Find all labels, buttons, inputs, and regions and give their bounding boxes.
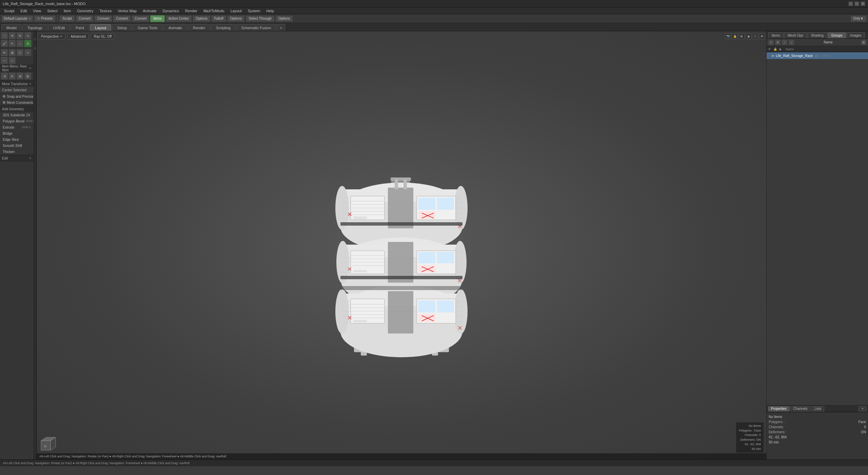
tool-vertex-icon[interactable]: • <box>24 49 32 56</box>
tab-animate[interactable]: Animate <box>163 24 187 31</box>
tool-pen-icon[interactable]: ✏ <box>1 49 8 56</box>
convert2-button[interactable]: Convert <box>94 15 112 22</box>
navigation-cube[interactable]: ◱ <box>39 436 56 453</box>
tool-edge-icon[interactable]: ─ <box>1 57 8 64</box>
menu-sculpt[interactable]: Sculpt <box>1 8 17 14</box>
tool-extra4-icon[interactable]: ⊵ <box>24 72 32 80</box>
move-up-button[interactable]: ↑ <box>782 39 788 45</box>
menu-render[interactable]: Render <box>182 8 200 14</box>
vp-grid-icon[interactable]: ⊞ <box>738 33 745 39</box>
vp-lock-icon[interactable]: 🔒 <box>732 33 738 39</box>
tab-paint[interactable]: Paint <box>71 24 89 31</box>
menu-texture[interactable]: Texture <box>97 8 114 14</box>
menu-system[interactable]: System <box>245 8 263 14</box>
vp-settings-icon[interactable]: ⚙ <box>759 33 765 39</box>
vp-shading-icon[interactable]: ◑ <box>745 33 751 39</box>
tab-add[interactable]: + <box>277 24 285 31</box>
menu-vertex-map[interactable]: Vertex Map <box>115 8 140 14</box>
smooth-shift-item[interactable]: Smooth Shift <box>0 142 34 149</box>
options3-button[interactable]: Options <box>275 15 293 22</box>
tab-layout[interactable]: Layout <box>90 24 111 31</box>
items-button[interactable]: Items <box>150 15 164 22</box>
subdivide-item[interactable]: 3DS Subdivide 2X <box>0 112 34 118</box>
menu-view[interactable]: View <box>31 8 44 14</box>
rt-settings-button[interactable]: ⚙ <box>861 39 867 45</box>
options1-button[interactable]: Options <box>193 15 210 22</box>
sculpt-button[interactable]: Sculpt <box>59 15 75 22</box>
menu-help[interactable]: Help <box>263 8 277 14</box>
new-group-button[interactable]: + <box>768 39 774 45</box>
bridge-item[interactable]: Bridge <box>0 130 34 136</box>
extrude-item[interactable]: Extrude Shift-X <box>0 124 34 130</box>
tab-schematic[interactable]: Schematic Fusion <box>236 24 276 31</box>
vp-wire-icon[interactable]: ⬡ <box>752 33 758 39</box>
rbt-expand[interactable]: + <box>859 406 867 412</box>
tool-extra1-icon[interactable]: ⊲ <box>1 72 8 80</box>
mesh-constraints-item[interactable]: Mesh Constraints <box>0 99 34 106</box>
rbt-properties[interactable]: Properties <box>768 406 790 412</box>
menu-layout[interactable]: Layout <box>228 8 244 14</box>
move-down-button[interactable]: ↓ <box>788 39 794 45</box>
group-item-raft[interactable]: ▶ Life_Raft_Storage_Rack (2) Group <box>767 52 868 59</box>
close-button[interactable]: ✕ <box>861 1 865 6</box>
options2-button[interactable]: Options <box>227 15 245 22</box>
menu-geometry[interactable]: Geometry <box>74 8 96 14</box>
thicken-item[interactable]: Thicken <box>0 149 34 155</box>
ray-gl-btn[interactable]: Ray GL: Off <box>91 33 115 39</box>
menu-maxtomode[interactable]: MaXToModo <box>201 8 227 14</box>
tab-render[interactable]: Render <box>188 24 210 31</box>
snap-precision-item[interactable]: Snap and Precision <box>0 93 34 99</box>
edit-header[interactable]: Edit ▼ <box>0 155 34 161</box>
tool-select-icon[interactable]: ⬚ <box>1 32 8 39</box>
tool-scale-icon[interactable]: ⤡ <box>24 32 32 39</box>
presets-button[interactable]: ⚙ Presets <box>34 15 56 22</box>
menu-edit[interactable]: Edit <box>18 8 30 14</box>
tool-rotate-icon[interactable]: ↻ <box>16 32 24 39</box>
rtab-groups[interactable]: Groups <box>828 32 846 38</box>
convert4-button[interactable]: Convert <box>132 15 150 22</box>
tab-scripting[interactable]: Scripting <box>211 24 236 31</box>
rbt-channels[interactable]: Channels <box>790 406 811 412</box>
tool-extra2-icon[interactable]: ⊳ <box>8 72 16 80</box>
minimize-button[interactable]: ─ <box>848 1 853 6</box>
rbt-lists[interactable]: Lists <box>811 406 825 412</box>
maximize-button[interactable]: □ <box>854 1 859 6</box>
tool-move-icon[interactable]: ✛ <box>8 32 16 39</box>
rtab-shading[interactable]: Shading <box>807 32 827 38</box>
select-through-button[interactable]: Select Through <box>245 15 275 22</box>
rtab-mesh-ops[interactable]: Mesh Ops <box>784 32 807 38</box>
menu-item[interactable]: Item <box>61 8 74 14</box>
polygon-bevel-item[interactable]: Polygon Bevel Shift-B <box>0 118 34 124</box>
delete-group-button[interactable]: ✕ <box>775 39 781 45</box>
more-transforms-header[interactable]: More Transforms ▼ <box>0 81 34 87</box>
tool-extra3-icon[interactable]: ⊴ <box>16 72 24 80</box>
menu-dynamics[interactable]: Dynamics <box>160 8 182 14</box>
tool-text-icon[interactable]: A <box>24 40 32 47</box>
convert1-button[interactable]: Convert <box>76 15 94 22</box>
rtab-items[interactable]: Items <box>768 32 784 38</box>
tool-grid-icon[interactable]: ⊞ <box>8 49 16 56</box>
add-geometry-header[interactable]: Add Geometry <box>0 106 34 112</box>
tool-mesh-icon[interactable]: ⬡ <box>16 49 24 56</box>
tool-paint-icon[interactable]: 🖊 <box>1 40 8 47</box>
edge-slice-item[interactable]: Edge Slice <box>0 136 34 142</box>
vp-camera-icon[interactable]: 📷 <box>725 33 731 39</box>
center-selected[interactable]: Center Selected <box>0 87 34 93</box>
tab-setup[interactable]: Setup <box>112 24 132 31</box>
menu-select[interactable]: Select <box>44 8 60 14</box>
tab-uvedit[interactable]: UVEdit <box>48 24 70 31</box>
rtab-images[interactable]: Images <box>847 32 865 38</box>
tool-circle-icon[interactable]: ○ <box>16 40 24 47</box>
item-menu-header[interactable]: Item Menu: New Item ▼ <box>0 65 34 71</box>
viewport[interactable]: Perspective ▼ Advanced Ray GL: Off 📷 🔒 ⊞… <box>37 31 766 459</box>
menu-animate[interactable]: Animate <box>140 8 159 14</box>
tab-topology[interactable]: Topology <box>22 24 47 31</box>
perspective-btn[interactable]: Perspective ▼ <box>38 33 65 39</box>
action-center-button[interactable]: Action Center <box>165 15 192 22</box>
advanced-btn[interactable]: Advanced <box>67 33 88 39</box>
tab-model[interactable]: Model <box>1 24 22 31</box>
tab-game-tools[interactable]: Game Tools <box>133 24 163 31</box>
only-button[interactable]: Only▼ <box>850 15 867 22</box>
tool-poly-icon[interactable]: □ <box>8 57 16 64</box>
convert3-button[interactable]: Convert <box>113 15 131 22</box>
